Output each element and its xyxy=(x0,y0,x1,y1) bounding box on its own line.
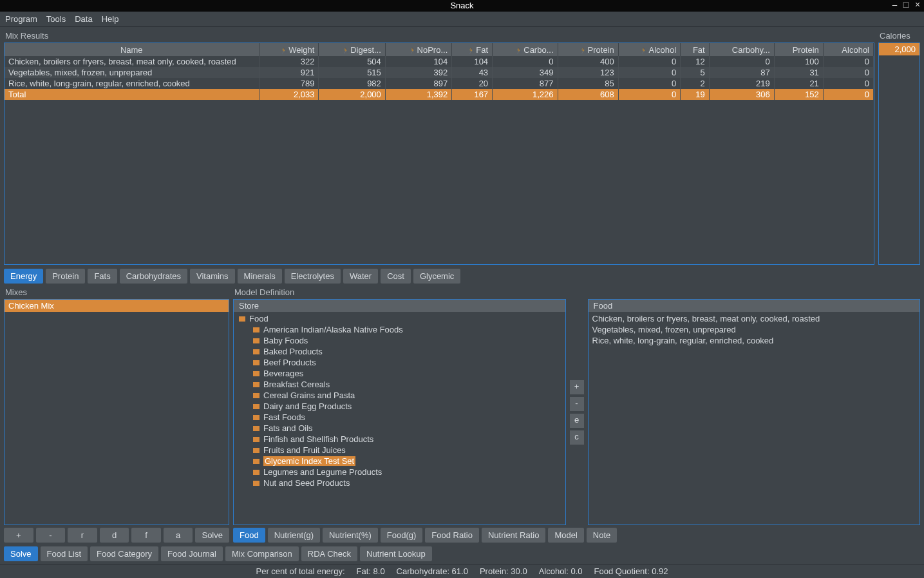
tab-carbohydrates[interactable]: Carbohydrates xyxy=(120,269,187,284)
col-alcohol[interactable]: Alcohol xyxy=(823,43,873,56)
tree-item[interactable]: Beverages xyxy=(236,368,563,379)
col-protein[interactable]: Protein xyxy=(774,43,823,56)
tab-cost[interactable]: Cost xyxy=(381,269,411,284)
mixes-btn-[interactable]: - xyxy=(36,528,66,543)
menu-program[interactable]: Program xyxy=(5,14,37,24)
tree-item[interactable]: Glycemic Index Test Set xyxy=(236,456,563,467)
main-tab-foodcategory[interactable]: Food Category xyxy=(90,546,158,561)
col-fat[interactable]: Fat xyxy=(681,43,710,56)
mix-results-table: NameWeightDigest...NoPro...FatCarbo...Pr… xyxy=(4,43,874,265)
tab-minerals[interactable]: Minerals xyxy=(238,269,282,284)
tree-item[interactable]: Fast Foods xyxy=(236,412,563,423)
col-weight[interactable]: Weight xyxy=(259,43,319,56)
cell: 0 xyxy=(618,78,680,89)
tree-item[interactable]: American Indian/Alaska Native Foods xyxy=(236,324,563,335)
col-alcohol[interactable]: Alcohol xyxy=(618,43,680,56)
tree-item[interactable]: Finfish and Shellfish Products xyxy=(236,434,563,445)
transfer-btn-c[interactable]: c xyxy=(570,430,584,445)
transfer-btn--[interactable]: - xyxy=(570,397,584,411)
table-row[interactable]: Chicken, broilers or fryers, breast, mea… xyxy=(5,56,874,67)
minimize-icon[interactable]: ‒ xyxy=(891,1,898,9)
cell: 1,226 xyxy=(493,89,558,100)
cell: 504 xyxy=(319,56,385,67)
menu-data[interactable]: Data xyxy=(75,14,92,24)
mixes-btn-a[interactable]: a xyxy=(164,528,193,543)
cell: 152 xyxy=(774,89,823,100)
mix-item[interactable]: Chicken Mix xyxy=(5,300,229,312)
mixes-btn-d[interactable]: d xyxy=(100,528,129,543)
calories-value: 2,000 xyxy=(879,43,919,55)
tree-item[interactable]: Cereal Grains and Pasta xyxy=(236,390,563,401)
tree-item[interactable]: Baked Products xyxy=(236,346,563,357)
tree-item[interactable]: Fruits and Fruit Juices xyxy=(236,445,563,456)
cell: 392 xyxy=(385,67,451,78)
main-tab-rdacheck[interactable]: RDA Check xyxy=(301,546,357,561)
statusbar: Per cent of total energy: Fat: 8.0 Carbo… xyxy=(0,564,924,578)
col-name[interactable]: Name xyxy=(5,43,259,56)
tab-vitamins[interactable]: Vitamins xyxy=(190,269,235,284)
cell: 12 xyxy=(681,56,710,67)
food-item[interactable]: Rice, white, long-grain, regular, enrich… xyxy=(592,335,916,346)
food-item[interactable]: Chicken, broilers or fryers, breast, mea… xyxy=(592,313,916,324)
tab-protein[interactable]: Protein xyxy=(46,269,85,284)
food-list[interactable]: Chicken, broilers or fryers, breast, mea… xyxy=(589,312,920,525)
cell: 104 xyxy=(452,56,493,67)
tree-item[interactable]: Dairy and Egg Products xyxy=(236,401,563,412)
food-item[interactable]: Vegetables, mixed, frozen, unprepared xyxy=(592,324,916,335)
main-tab-solve[interactable]: Solve xyxy=(4,546,38,561)
cell: 21 xyxy=(774,78,823,89)
maximize-icon[interactable]: □ xyxy=(902,1,910,9)
mixes-btn-+[interactable]: + xyxy=(4,528,33,543)
mixes-btn-r[interactable]: r xyxy=(68,528,97,543)
md-tab-nutrientg[interactable]: Nutrient(g) xyxy=(268,528,320,543)
md-tab-nutrientratio[interactable]: Nutrient Ratio xyxy=(482,528,545,543)
mixes-btn-f[interactable]: f xyxy=(131,528,161,543)
mixes-list[interactable]: Chicken Mix xyxy=(4,299,229,525)
mixes-btn-solve[interactable]: Solve xyxy=(195,528,229,543)
tree-root[interactable]: Food xyxy=(236,313,563,324)
tab-electrolytes[interactable]: Electrolytes xyxy=(285,269,341,284)
table-row[interactable]: Vegetables, mixed, frozen, unprepared921… xyxy=(5,67,874,78)
row-name: Total xyxy=(5,89,259,100)
main-tab-mixcomparison[interactable]: Mix Comparison xyxy=(225,546,299,561)
table-row[interactable]: Total2,0332,0001,3921671,226608019306152… xyxy=(5,89,874,100)
tree-item[interactable]: Baby Foods xyxy=(236,335,563,346)
tab-fats[interactable]: Fats xyxy=(88,269,117,284)
col-digest[interactable]: Digest... xyxy=(319,43,385,56)
tree-item[interactable]: Legumes and Legume Products xyxy=(236,467,563,477)
cell: 982 xyxy=(319,78,385,89)
md-tab-note[interactable]: Note xyxy=(587,528,617,543)
calories-label: Calories xyxy=(880,31,920,41)
col-carbo[interactable]: Carbo... xyxy=(493,43,558,56)
md-tab-nutrient[interactable]: Nutrient(%) xyxy=(323,528,378,543)
menu-tools[interactable]: Tools xyxy=(46,14,66,24)
col-protein[interactable]: Protein xyxy=(558,43,618,56)
close-icon[interactable]: × xyxy=(914,1,921,9)
cell: 0 xyxy=(823,67,873,78)
tree-item[interactable]: Beef Products xyxy=(236,357,563,368)
md-tab-foodg[interactable]: Food(g) xyxy=(381,528,423,543)
col-carbohy[interactable]: Carbohy... xyxy=(709,43,774,56)
tree-item[interactable]: Nut and Seed Products xyxy=(236,477,563,488)
menu-help[interactable]: Help xyxy=(102,14,119,24)
transfer-btn-e[interactable]: e xyxy=(570,414,584,428)
cell: 5 xyxy=(681,67,710,78)
tab-water[interactable]: Water xyxy=(343,269,378,284)
main-tab-foodlist[interactable]: Food List xyxy=(41,546,88,561)
tree-item[interactable]: Fats and Oils xyxy=(236,423,563,434)
tab-energy[interactable]: Energy xyxy=(4,269,43,284)
md-tab-food[interactable]: Food xyxy=(233,528,265,543)
tree-item[interactable]: Breakfast Cereals xyxy=(236,379,563,390)
main-tab-nutrientlookup[interactable]: Nutrient Lookup xyxy=(360,546,432,561)
md-tab-foodratio[interactable]: Food Ratio xyxy=(425,528,479,543)
table-row[interactable]: Rice, white, long-grain, regular, enrich… xyxy=(5,78,874,89)
main-tab-foodjournal[interactable]: Food Journal xyxy=(161,546,223,561)
md-tab-model[interactable]: Model xyxy=(548,528,583,543)
tab-glycemic[interactable]: Glycemic xyxy=(413,269,460,284)
col-fat[interactable]: Fat xyxy=(452,43,493,56)
col-nopro[interactable]: NoPro... xyxy=(385,43,451,56)
cell: 104 xyxy=(385,56,451,67)
transfer-btn-+[interactable]: + xyxy=(570,380,584,394)
cell: 43 xyxy=(452,67,493,78)
store-tree[interactable]: FoodAmerican Indian/Alaska Native FoodsB… xyxy=(234,312,565,525)
